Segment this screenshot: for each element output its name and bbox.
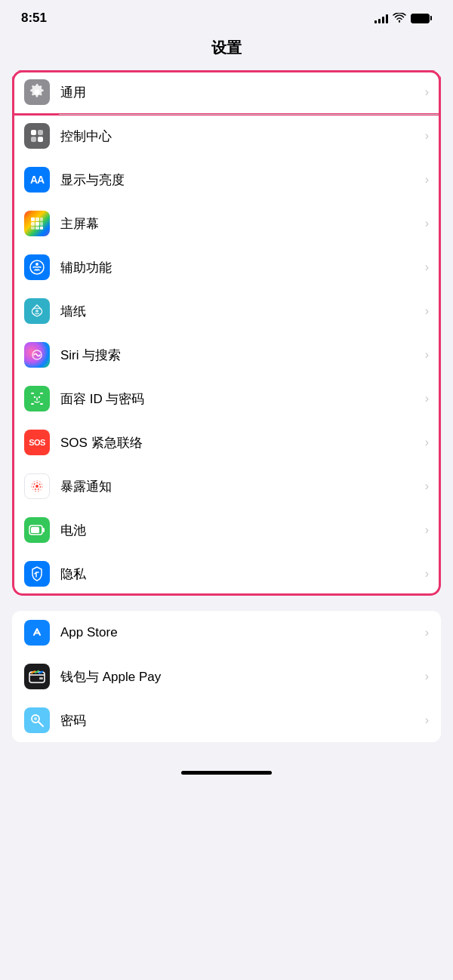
passwords-icon: [24, 707, 50, 733]
signal-icon: [374, 13, 388, 23]
exposure-chevron: ›: [425, 479, 429, 493]
faceid-chevron: ›: [425, 392, 429, 405]
svg-point-23: [39, 396, 40, 398]
wallet-label: 钱包与 Apple Pay: [60, 668, 425, 686]
svg-rect-3: [31, 137, 36, 142]
settings-item-siri[interactable]: Siri 与搜索 ›: [12, 333, 441, 377]
svg-rect-31: [39, 677, 43, 680]
svg-rect-1: [31, 130, 36, 135]
display-chevron: ›: [425, 173, 429, 186]
settings-item-appstore[interactable]: App Store ›: [12, 611, 441, 655]
sos-icon: SOS: [24, 430, 50, 455]
svg-point-37: [34, 717, 37, 720]
settings-item-battery[interactable]: 电池 ›: [12, 508, 441, 552]
page-title: 设置: [211, 39, 242, 56]
battery-icon: [411, 14, 432, 23]
home-indicator-area: [0, 757, 453, 790]
siri-label: Siri 与搜索: [60, 347, 425, 364]
svg-rect-18: [31, 393, 34, 394]
faceid-label: 面容 ID 与密码: [60, 390, 425, 408]
svg-rect-29: [42, 528, 45, 532]
siri-chevron: ›: [425, 348, 429, 362]
settings-group-1: 通用 › 控制中心 › AA 显示与亮度 ›: [12, 70, 441, 596]
appstore-chevron: ›: [425, 626, 429, 639]
svg-rect-28: [31, 527, 39, 533]
svg-rect-12: [35, 227, 39, 230]
control-center-label: 控制中心: [60, 128, 425, 145]
privacy-label: 隐私: [60, 566, 425, 583]
settings-item-exposure[interactable]: 暴露通知 ›: [12, 464, 441, 508]
battery-chevron: ›: [425, 523, 429, 537]
settings-item-privacy[interactable]: 隐私 ›: [12, 552, 441, 596]
svg-point-0: [399, 20, 400, 22]
settings-item-wallpaper[interactable]: 墙纸 ›: [12, 289, 441, 333]
display-label: 显示与亮度: [60, 171, 425, 189]
wallpaper-icon: [24, 298, 50, 324]
settings-item-faceid[interactable]: 面容 ID 与密码 ›: [12, 377, 441, 421]
page-title-bar: 设置: [0, 32, 453, 67]
svg-rect-10: [40, 222, 43, 226]
settings-item-sos[interactable]: SOS SOS 紧急联络 ›: [12, 421, 441, 464]
battery-item-icon: [24, 517, 50, 543]
exposure-label: 暴露通知: [60, 478, 425, 495]
svg-rect-20: [31, 403, 34, 405]
svg-point-24: [35, 485, 39, 488]
settings-item-accessibility[interactable]: 辅助功能 ›: [12, 245, 441, 289]
settings-item-wallet[interactable]: 钱包与 Apple Pay ›: [12, 655, 441, 698]
appstore-icon: [24, 620, 50, 646]
faceid-icon: [24, 386, 50, 411]
svg-point-16: [35, 310, 39, 313]
sos-chevron: ›: [425, 436, 429, 449]
accessibility-chevron: ›: [425, 260, 429, 274]
svg-rect-11: [31, 227, 35, 230]
battery-label: 电池: [60, 522, 425, 539]
svg-rect-21: [40, 403, 43, 405]
status-icons: [374, 13, 432, 23]
status-bar: 8:51: [0, 0, 453, 32]
passwords-chevron: ›: [425, 713, 429, 727]
svg-rect-2: [38, 130, 43, 135]
svg-rect-6: [35, 217, 39, 221]
svg-rect-7: [40, 217, 43, 221]
svg-point-15: [35, 263, 39, 266]
settings-group-2: App Store › 钱包与 Apple Pay ›: [12, 611, 441, 742]
privacy-icon: [24, 561, 50, 587]
accessibility-label: 辅助功能: [60, 259, 425, 276]
settings-item-home-screen[interactable]: 主屏幕 ›: [12, 202, 441, 245]
home-screen-icon: [24, 211, 50, 236]
home-indicator: [181, 771, 272, 775]
privacy-chevron: ›: [425, 567, 429, 581]
appstore-label: App Store: [60, 625, 425, 640]
passwords-label: 密码: [60, 712, 425, 729]
svg-rect-4: [38, 137, 43, 142]
home-screen-chevron: ›: [425, 217, 429, 230]
general-label: 通用: [60, 84, 425, 101]
svg-line-36: [39, 722, 43, 726]
svg-rect-5: [31, 217, 35, 221]
svg-rect-9: [35, 222, 39, 226]
settings-item-passwords[interactable]: 密码 ›: [12, 698, 441, 742]
display-icon: AA: [24, 167, 50, 193]
siri-icon: [24, 342, 50, 368]
general-icon: [24, 79, 50, 105]
accessibility-icon: [24, 254, 50, 280]
settings-item-display[interactable]: AA 显示与亮度 ›: [12, 158, 441, 202]
control-center-chevron: ›: [425, 129, 429, 143]
wallpaper-chevron: ›: [425, 304, 429, 318]
general-chevron: ›: [425, 85, 429, 99]
wallet-icon: [24, 664, 50, 689]
settings-item-general[interactable]: 通用 ›: [12, 70, 441, 114]
wifi-icon: [393, 13, 406, 23]
sos-label: SOS 紧急联络: [60, 434, 425, 451]
svg-rect-13: [40, 227, 43, 230]
status-time: 8:51: [21, 11, 47, 26]
exposure-icon: [24, 473, 50, 499]
home-screen-label: 主屏幕: [60, 215, 425, 233]
wallet-chevron: ›: [425, 670, 429, 683]
svg-point-22: [34, 396, 35, 398]
svg-rect-8: [31, 222, 35, 226]
control-center-icon: [24, 123, 50, 149]
svg-rect-19: [40, 393, 43, 394]
wallpaper-label: 墙纸: [60, 303, 425, 320]
settings-item-control-center[interactable]: 控制中心 ›: [12, 114, 441, 158]
